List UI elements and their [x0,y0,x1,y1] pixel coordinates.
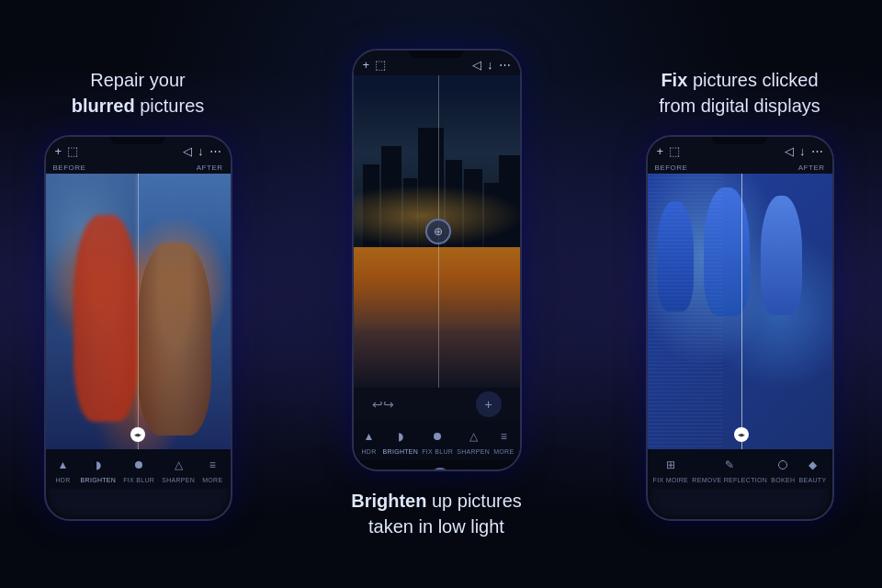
phone-left: + ⬚ ◁ ↓ ⋯ BEFORE AFTER [44,135,232,521]
scanline-overlay [648,174,723,449]
fixblur-icon [129,455,149,475]
phone-right: + ⬚ ◁ ↓ ⋯ BEFORE AFTER [646,135,834,521]
add-center-button[interactable]: + [476,391,502,417]
right-phone-notch [712,137,767,144]
undo-icon[interactable]: ↩ [372,397,383,412]
more-icon[interactable]: ⋯ [209,144,221,158]
share-icon[interactable]: ◁ [183,144,192,158]
more-tools-icon: ≡ [202,455,222,475]
left-toolbar-left-icons: + ⬚ [55,144,79,158]
main-container: Repair your blurred pictures + ⬚ ◁ ↓ ⋯ [0,0,882,588]
left-bottom-tools: ▲ HDR ◗ BRIGHTEN FIX BLUR △ SHARPEN ≡ [46,449,231,489]
crop-icon[interactable]: ⬚ [67,144,78,158]
right-heading: Fix pictures clickedfrom digital display… [659,67,820,119]
center-sharpen-icon: △ [463,426,483,447]
add-icon[interactable]: + [55,144,62,158]
center-download-icon[interactable]: ↓ [487,58,493,72]
tool-fixblur-left[interactable]: FIX BLUR [123,455,154,483]
left-heading-text1: Repair your [90,70,185,90]
center-hdr-label: HDR [361,448,376,455]
tool-sharpen-center[interactable]: △ SHARPEN [457,426,490,455]
center-toolbar-left: + ⬚ [363,58,387,72]
right-before-label: BEFORE [655,164,688,172]
brighten-label: BRIGHTEN [81,477,117,483]
phone-center: + ⬚ ◁ ↓ ⋯ [352,49,522,471]
sharpen-label: SHARPEN [162,477,195,483]
remove-reflection-label: REMOVE REFLECTION [692,477,767,483]
center-add-icon[interactable]: + [363,58,370,72]
right-phone-photo [648,174,832,449]
center-brighten-label: BRIGHTEN [383,448,419,455]
right-download-icon[interactable]: ↓ [799,144,806,158]
download-icon[interactable]: ↓ [198,144,204,158]
center-slider-handle[interactable] [425,219,451,244]
tool-sharpen-left[interactable]: △ SHARPEN [162,455,195,483]
hdr-icon: ▲ [53,455,74,475]
center-more-label: MORE [493,448,514,455]
tool-remove-reflection[interactable]: ✎ REMOVE REFLECTION [692,455,767,483]
fixmoire-icon: ⊞ [661,455,681,475]
tool-fixmoire[interactable]: ⊞ FIX MOIRE [653,455,688,483]
tool-fixblur-center[interactable]: FIX BLUR [422,426,453,455]
bokeh-icon [773,455,793,475]
beauty-label: BEAUTY [799,477,827,483]
center-share-icon[interactable]: ◁ [472,58,481,72]
tool-more-center[interactable]: ≡ MORE [493,426,514,455]
split-line [138,174,139,449]
center-brighten-icon: ◗ [390,426,411,447]
split-handle[interactable] [130,427,145,442]
center-phone-photo [354,75,520,388]
center-more-icon: ≡ [493,426,514,447]
center-fixblur-icon [427,426,447,447]
right-heading-bold: Fix [661,70,687,90]
left-toolbar-right-icons: ◁ ↓ ⋯ [183,144,221,158]
center-phone-notch [409,51,464,58]
right-after-label: AFTER [798,164,825,172]
center-section: + ⬚ ◁ ↓ ⋯ [266,49,606,539]
right-more-icon[interactable]: ⋯ [811,144,823,158]
redo-icon[interactable]: ↪ [383,397,394,412]
tool-brighten-left[interactable]: ◗ BRIGHTEN [81,455,117,483]
right-toolbar-right: ◁ ↓ ⋯ [785,144,823,158]
left-phone-photo [46,174,231,449]
tool-beauty[interactable]: ◆ BEAUTY [799,455,827,483]
nav-home-button[interactable] [430,468,450,471]
left-before-after-bar: BEFORE AFTER [46,162,231,174]
player-3-figure [761,196,802,315]
left-phone-notch [110,137,165,144]
tool-more-left[interactable]: ≡ MORE [202,455,222,483]
right-section: Fix pictures clickedfrom digital display… [606,67,873,521]
center-nav-bar: ||| ‹ [354,460,520,471]
tool-bokeh[interactable]: BOKEH [771,455,795,483]
tool-brighten-center[interactable]: ◗ BRIGHTEN [383,426,419,455]
right-toolbar-left: + ⬚ [657,144,681,158]
water-reflection [354,247,520,388]
right-split-handle[interactable] [734,427,749,442]
more-label: MORE [202,477,222,483]
sharpen-icon: △ [168,455,188,475]
center-bottom-tools: ▲ HDR ◗ BRIGHTEN FIX BLUR △ SHARPEN ≡ [354,421,520,460]
left-after-label: AFTER [197,164,223,172]
brighten-icon: ◗ [88,455,108,475]
hdr-label: HDR [55,477,70,483]
nav-back-icon[interactable]: ‹ [487,470,492,471]
adult-figure [138,243,211,435]
center-sharpen-label: SHARPEN [457,448,490,455]
tool-hdr-left[interactable]: ▲ HDR [53,455,74,483]
tool-hdr-center[interactable]: ▲ HDR [359,426,379,455]
center-text-bold: Brighten [351,491,426,511]
left-heading-bold: blurred [72,96,135,116]
right-add-icon[interactable]: + [657,144,664,158]
nav-menu-icon[interactable]: ||| [381,469,392,471]
remove-reflection-icon: ✎ [719,455,740,475]
center-crop-icon[interactable]: ⬚ [375,58,386,72]
left-section: Repair your blurred pictures + ⬚ ◁ ↓ ⋯ [9,67,266,521]
center-hdr-icon: ▲ [359,426,379,447]
right-split-line [741,174,742,449]
center-more-icon[interactable]: ⋯ [499,58,511,72]
bokeh-label: BOKEH [771,477,795,483]
center-bottom-text: Brighten up picturestaken in low light [351,488,522,539]
right-crop-icon[interactable]: ⬚ [669,144,680,158]
right-share-icon[interactable]: ◁ [785,144,794,158]
fixblur-label: FIX BLUR [123,477,154,483]
